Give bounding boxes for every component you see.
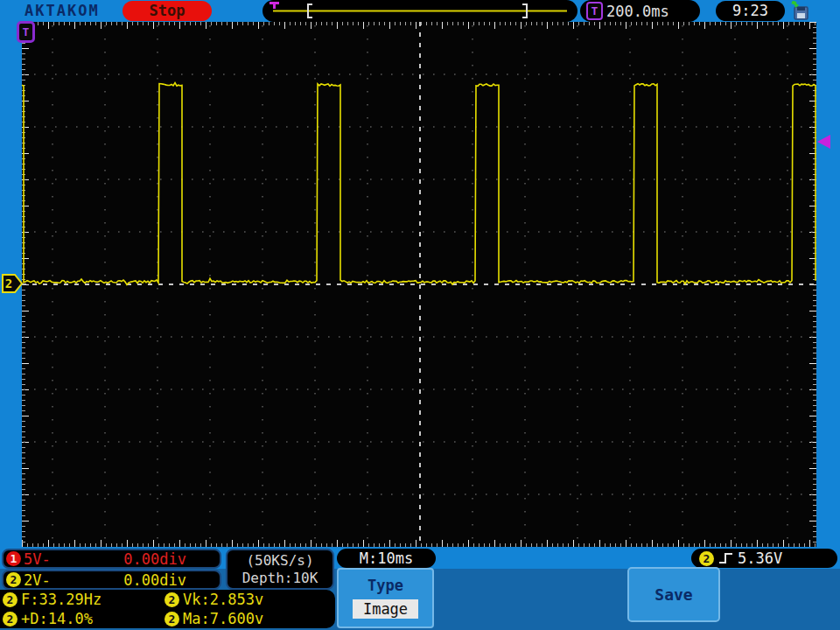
type-selected-value[interactable]: Image <box>353 599 418 619</box>
measurement-duty: 2 +D:14.0% <box>0 609 162 628</box>
memory-depth: Depth:10K <box>228 570 332 586</box>
channel2-badge: 2 <box>6 572 21 587</box>
channel2-flag-label: 2 <box>5 276 12 290</box>
measurement-ch-badge: 2 <box>3 592 18 607</box>
channel2-offset: 0.00div <box>123 571 186 589</box>
trigger-offscreen-icon: T <box>17 21 35 43</box>
channel1-offset: 0.00div <box>123 550 186 568</box>
channel2-position-marker[interactable]: 2 <box>2 274 24 293</box>
sample-rate: (50KS/s) <box>228 552 332 569</box>
trigger-t-icon: T <box>586 2 603 20</box>
trigger-level-readout: 2 5.36V <box>691 549 837 568</box>
menu-type-button[interactable]: Type Image <box>337 568 434 628</box>
rising-edge-icon <box>718 551 735 565</box>
measurement-ch-badge: 2 <box>164 592 179 607</box>
trigger-source-badge: 2 <box>699 551 714 566</box>
usb-disk-icon <box>787 1 813 21</box>
trigger-holdoff-readout: T 200.0ms <box>580 0 700 22</box>
channel2-readout: 2 2V- 0.00div <box>2 570 221 590</box>
brand-logo: AKTAKOM <box>24 0 100 22</box>
measurement-vk: 2 Vk:2.853v <box>162 590 335 609</box>
measurement-ma: 2 Ma:7.600v <box>162 609 335 628</box>
top-status-bar: AKTAKOM Stop T 200.0ms 9:23 <box>0 0 840 22</box>
measurement-ch-badge: 2 <box>3 612 18 626</box>
channel1-badge: 1 <box>6 551 21 566</box>
memory-window-bar <box>262 0 578 22</box>
measurements-panel: 2 F:33.29Hz 2 Vk:2.853v 2 +D:14.0% 2 Ma:… <box>0 590 335 628</box>
channel1-readout: 1 5V- 0.00div <box>2 549 221 569</box>
timebase-readout: M:10ms <box>337 549 436 568</box>
channel1-scale: 5V- <box>24 550 51 568</box>
acquisition-readout: (50KS/s) Depth:10K <box>226 549 334 590</box>
waveform-display <box>22 22 816 547</box>
measurement-frequency: 2 F:33.29Hz <box>0 590 162 609</box>
channel2-scale: 2V- <box>24 571 51 589</box>
save-button[interactable]: Save <box>627 567 720 622</box>
memory-window-graphic <box>262 0 578 22</box>
trigger-level-value: 5.36V <box>738 550 782 567</box>
clock-readout: 9:23 <box>716 1 785 21</box>
run-stop-indicator[interactable]: Stop <box>122 1 212 21</box>
type-label: Type <box>339 577 432 594</box>
trigger-level-arrow-icon[interactable] <box>817 135 830 149</box>
holdoff-value: 200.0ms <box>606 3 669 20</box>
measurement-ch-badge: 2 <box>164 612 179 626</box>
